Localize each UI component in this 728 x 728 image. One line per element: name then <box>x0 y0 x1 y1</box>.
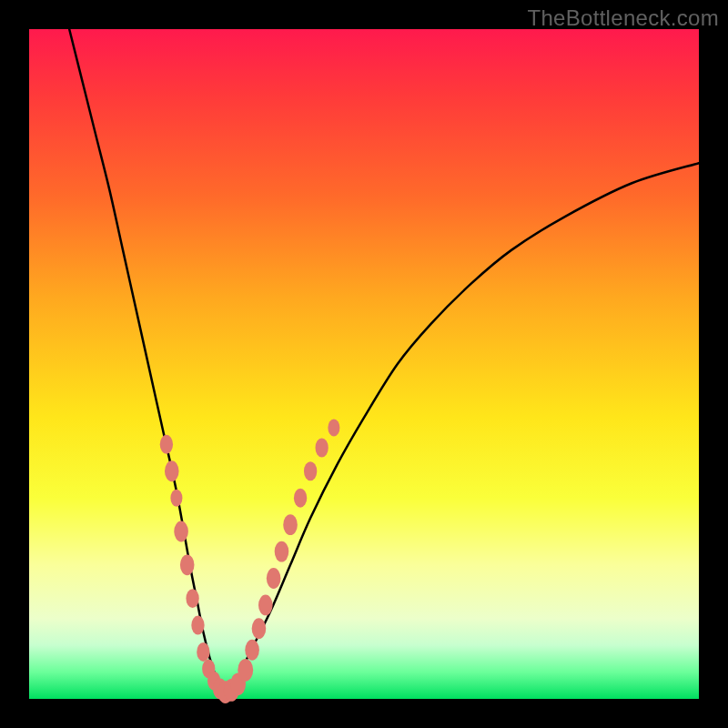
data-marker <box>258 595 273 616</box>
data-marker <box>170 490 182 507</box>
marker-cluster <box>160 419 340 703</box>
plot-area <box>29 29 699 699</box>
data-marker <box>180 554 195 575</box>
data-marker <box>186 589 198 608</box>
chart-frame: TheBottleneck.com <box>0 0 728 728</box>
data-marker <box>174 521 188 542</box>
data-marker <box>267 568 281 589</box>
left-branch-curve <box>69 29 223 693</box>
data-marker <box>165 460 179 481</box>
data-marker <box>294 489 307 508</box>
watermark-text: TheBottleneck.com <box>527 5 719 31</box>
chart-svg <box>29 29 699 699</box>
data-marker <box>283 514 298 535</box>
data-marker <box>160 435 173 454</box>
data-marker <box>315 439 328 458</box>
data-marker <box>197 642 209 662</box>
data-marker <box>245 640 259 661</box>
data-marker <box>304 461 317 480</box>
data-marker <box>275 541 289 562</box>
data-marker <box>191 616 204 635</box>
right-branch-curve <box>223 163 699 692</box>
data-marker <box>252 618 267 639</box>
data-marker <box>328 419 339 436</box>
data-marker <box>238 659 253 682</box>
